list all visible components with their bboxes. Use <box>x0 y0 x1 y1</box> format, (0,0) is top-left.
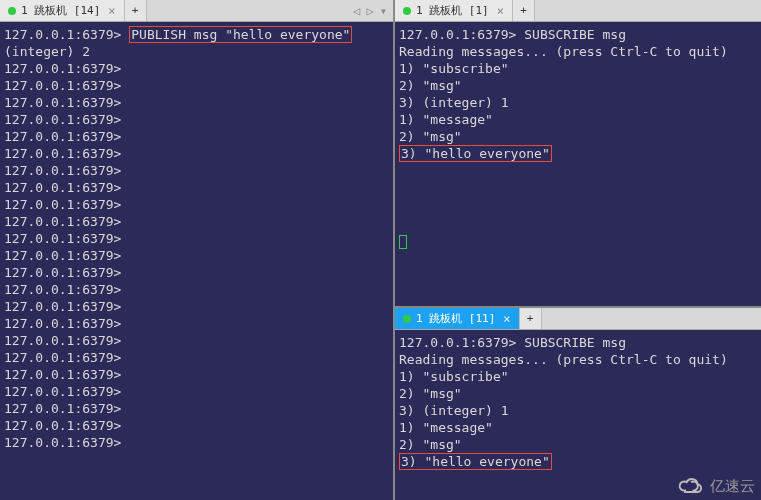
received-message: 3) "hello everyone" <box>399 145 552 162</box>
add-tab-button[interactable]: + <box>520 308 542 329</box>
tab-right-bottom[interactable]: 1 跳板机 [11] × <box>395 308 520 329</box>
plus-icon: + <box>132 4 139 17</box>
empty-prompt: 127.0.0.1:6379> <box>4 400 389 417</box>
watermark-text: 亿速云 <box>710 477 755 496</box>
empty-prompt: 127.0.0.1:6379> <box>4 417 389 434</box>
output-line: 1) "message" <box>399 111 757 128</box>
output-line: Reading messages... (press Ctrl-C to qui… <box>399 351 757 368</box>
empty-prompt: 127.0.0.1:6379> <box>4 315 389 332</box>
tabbar-right-bottom: 1 跳板机 [11] × + <box>395 308 761 330</box>
empty-prompt: 127.0.0.1:6379> <box>4 247 389 264</box>
empty-prompt: 127.0.0.1:6379> <box>4 196 389 213</box>
right-bottom-pane: 1 跳板机 [11] × + 127.0.0.1:6379> SUBSCRIBE… <box>395 308 761 500</box>
empty-prompt: 127.0.0.1:6379> <box>4 281 389 298</box>
output-line: 2) "msg" <box>399 436 757 453</box>
received-message: 3) "hello everyone" <box>399 453 552 470</box>
tab-right-top[interactable]: 1 跳板机 [1] × <box>395 0 513 21</box>
empty-prompt: 127.0.0.1:6379> <box>4 94 389 111</box>
tabbar-left: 1 跳板机 [14] × + ◁ ▷ ▾ <box>0 0 393 22</box>
empty-prompt: 127.0.0.1:6379> <box>4 230 389 247</box>
empty-prompt: 127.0.0.1:6379> <box>4 128 389 145</box>
nav-menu-icon[interactable]: ▾ <box>380 4 387 18</box>
empty-prompt: 127.0.0.1:6379> <box>4 145 389 162</box>
plus-icon: + <box>520 4 527 17</box>
empty-prompt: 127.0.0.1:6379> <box>4 60 389 77</box>
right-top-pane: 1 跳板机 [1] × + 127.0.0.1:6379> SUBSCRIBE … <box>395 0 761 308</box>
close-icon[interactable]: × <box>503 312 510 326</box>
output-line: 1) "subscribe" <box>399 368 757 385</box>
add-tab-button[interactable]: + <box>513 0 535 21</box>
close-icon[interactable]: × <box>108 4 115 18</box>
add-tab-button[interactable]: + <box>125 0 147 21</box>
status-dot-icon <box>403 315 411 323</box>
cursor-icon <box>399 235 407 249</box>
empty-prompt: 127.0.0.1:6379> <box>4 213 389 230</box>
tab-label: 1 跳板机 [14] <box>21 3 100 18</box>
terminal-right-top[interactable]: 127.0.0.1:6379> SUBSCRIBE msgReading mes… <box>395 22 761 306</box>
command-line: 127.0.0.1:6379> SUBSCRIBE msg <box>399 334 757 351</box>
right-column: 1 跳板机 [1] × + 127.0.0.1:6379> SUBSCRIBE … <box>395 0 761 500</box>
terminal-left[interactable]: 127.0.0.1:6379> PUBLISH msg "hello every… <box>0 22 393 500</box>
output-line: 3) (integer) 1 <box>399 94 757 111</box>
empty-prompt: 127.0.0.1:6379> <box>4 383 389 400</box>
cloud-icon <box>676 476 706 496</box>
publish-command: PUBLISH msg "hello everyone" <box>129 26 352 43</box>
empty-prompt: 127.0.0.1:6379> <box>4 349 389 366</box>
tab-label: 1 跳板机 [1] <box>416 3 489 18</box>
prompt: 127.0.0.1:6379> <box>4 27 129 42</box>
output-line: 2) "msg" <box>399 128 757 145</box>
status-dot-icon <box>403 7 411 15</box>
empty-prompt: 127.0.0.1:6379> <box>4 298 389 315</box>
output-line: 1) "message" <box>399 419 757 436</box>
cursor-line <box>399 232 757 249</box>
output-line: 2) "msg" <box>399 385 757 402</box>
empty-prompt: 127.0.0.1:6379> <box>4 434 389 451</box>
output-line: Reading messages... (press Ctrl-C to qui… <box>399 43 757 60</box>
watermark: 亿速云 <box>676 476 755 496</box>
nav-prev-icon[interactable]: ◁ <box>353 4 360 18</box>
highlight-line: 3) "hello everyone" <box>399 145 757 162</box>
command-line: 127.0.0.1:6379> PUBLISH msg "hello every… <box>4 26 389 43</box>
output-line: 1) "subscribe" <box>399 60 757 77</box>
empty-prompt: 127.0.0.1:6379> <box>4 264 389 281</box>
nav-next-icon[interactable]: ▷ <box>367 4 374 18</box>
output-line: 2) "msg" <box>399 77 757 94</box>
empty-prompt: 127.0.0.1:6379> <box>4 332 389 349</box>
terminal-right-bottom[interactable]: 127.0.0.1:6379> SUBSCRIBE msgReading mes… <box>395 330 761 500</box>
left-pane: 1 跳板机 [14] × + ◁ ▷ ▾ 127.0.0.1:6379> PUB… <box>0 0 395 500</box>
empty-prompt: 127.0.0.1:6379> <box>4 77 389 94</box>
empty-prompt: 127.0.0.1:6379> <box>4 111 389 128</box>
response-line: (integer) 2 <box>4 43 389 60</box>
close-icon[interactable]: × <box>497 4 504 18</box>
tab-label: 1 跳板机 [11] <box>416 311 495 326</box>
highlight-line: 3) "hello everyone" <box>399 453 757 470</box>
empty-prompt: 127.0.0.1:6379> <box>4 179 389 196</box>
tabbar-right-top: 1 跳板机 [1] × + <box>395 0 761 22</box>
plus-icon: + <box>527 312 534 325</box>
empty-prompt: 127.0.0.1:6379> <box>4 162 389 179</box>
output-line: 3) (integer) 1 <box>399 402 757 419</box>
status-dot-icon <box>8 7 16 15</box>
command-line: 127.0.0.1:6379> SUBSCRIBE msg <box>399 26 757 43</box>
empty-prompt: 127.0.0.1:6379> <box>4 366 389 383</box>
tab-left[interactable]: 1 跳板机 [14] × <box>0 0 125 21</box>
